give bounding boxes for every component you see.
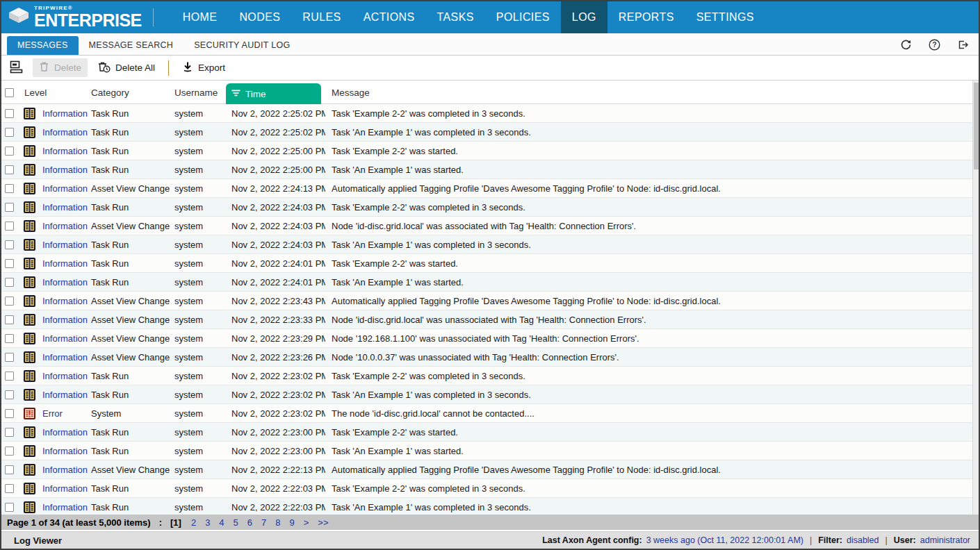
help-icon[interactable]: ? <box>929 39 940 51</box>
table-row[interactable]: Error System system Nov 2, 2022 2:23:02 … <box>1 404 979 423</box>
level-link[interactable]: Information <box>42 502 88 512</box>
table-row[interactable]: Information Task Run system Nov 2, 2022 … <box>1 254 979 273</box>
table-row[interactable]: Information Task Run system Nov 2, 2022 … <box>1 160 979 179</box>
export-button[interactable]: Export <box>176 58 231 77</box>
table-row[interactable]: Information Task Run system Nov 2, 2022 … <box>1 142 979 160</box>
row-checkbox[interactable] <box>5 184 14 193</box>
logout-icon[interactable] <box>957 39 969 51</box>
table-row[interactable]: Information Task Run system Nov 2, 2022 … <box>1 385 979 404</box>
page-link[interactable]: 9 <box>290 517 295 528</box>
row-checkbox[interactable] <box>5 484 14 493</box>
table-row[interactable]: Information Task Run system Nov 2, 2022 … <box>1 442 979 460</box>
page-link[interactable]: 3 <box>205 517 210 528</box>
nav-item-reports[interactable]: REPORTS <box>607 1 685 33</box>
filter-link[interactable]: disabled <box>847 535 879 545</box>
row-checkbox[interactable] <box>5 353 14 362</box>
table-row[interactable]: Information Task Run system Nov 2, 2022 … <box>1 498 979 515</box>
level-link[interactable]: Information <box>42 390 88 400</box>
row-checkbox[interactable] <box>5 465 14 474</box>
row-checkbox[interactable] <box>5 390 14 399</box>
table-row[interactable]: Information Task Run system Nov 2, 2022 … <box>1 367 979 385</box>
nav-item-tasks[interactable]: TASKS <box>426 1 485 33</box>
tab-security-audit-log[interactable]: SECURITY AUDIT LOG <box>183 36 300 55</box>
row-checkbox[interactable] <box>5 428 14 437</box>
level-link[interactable]: Error <box>42 408 63 419</box>
row-checkbox[interactable] <box>5 240 14 249</box>
nav-item-rules[interactable]: RULES <box>291 1 352 33</box>
level-link[interactable]: Information <box>42 258 88 269</box>
tab-message-search[interactable]: MESSAGE SEARCH <box>79 36 184 55</box>
level-link[interactable]: Information <box>42 202 88 212</box>
column-header-level[interactable]: Level <box>21 88 89 98</box>
tab-messages[interactable]: MESSAGES <box>7 36 79 55</box>
delete-all-button[interactable]: Delete All <box>92 58 161 78</box>
column-header-time[interactable]: Time <box>226 83 321 104</box>
nav-item-log[interactable]: LOG <box>561 1 607 33</box>
level-link[interactable]: Information <box>42 221 88 231</box>
page-link[interactable]: 2 <box>191 517 196 528</box>
table-row[interactable]: Information Asset View Change system Nov… <box>1 217 979 235</box>
level-link[interactable]: Information <box>42 183 88 194</box>
level-link[interactable]: Information <box>42 483 88 494</box>
level-link[interactable]: Information <box>42 165 88 175</box>
table-row[interactable]: Information Task Run system Nov 2, 2022 … <box>1 198 979 217</box>
level-link[interactable]: Information <box>42 127 88 138</box>
level-link[interactable]: Information <box>42 333 88 344</box>
row-checkbox[interactable] <box>5 222 14 231</box>
level-link[interactable]: Information <box>42 296 88 306</box>
table-row[interactable]: Information Task Run system Nov 2, 2022 … <box>1 423 979 442</box>
page-link[interactable]: 6 <box>247 517 252 528</box>
nav-item-home[interactable]: HOME <box>172 1 229 33</box>
select-all-checkbox[interactable] <box>5 88 14 97</box>
table-row[interactable]: Information Asset View Change system Nov… <box>1 310 979 329</box>
page-link[interactable]: > <box>304 517 309 528</box>
page-link[interactable]: 5 <box>234 517 238 528</box>
level-link[interactable]: Information <box>42 146 88 156</box>
page-link[interactable]: 4 <box>219 517 224 528</box>
row-checkbox[interactable] <box>5 259 14 268</box>
table-row[interactable]: Information Task Run system Nov 2, 2022 … <box>1 104 979 123</box>
level-link[interactable]: Information <box>42 277 88 288</box>
row-checkbox[interactable] <box>5 147 14 156</box>
column-header-message[interactable]: Message <box>325 88 979 98</box>
nav-item-actions[interactable]: ACTIONS <box>352 1 426 33</box>
agent-config-link[interactable]: 3 weeks ago (Oct 11, 2022 12:00:01 AM) <box>646 535 803 545</box>
table-row[interactable]: Information Task Run system Nov 2, 2022 … <box>1 235 979 254</box>
table-row[interactable]: Information Asset View Change system Nov… <box>1 292 979 310</box>
column-header-username[interactable]: Username <box>172 88 226 98</box>
scrollbar-thumb[interactable] <box>974 83 979 169</box>
nav-item-nodes[interactable]: NODES <box>228 1 291 33</box>
table-row[interactable]: Information Asset View Change system Nov… <box>1 179 979 198</box>
row-checkbox[interactable] <box>5 503 14 512</box>
page-link[interactable]: 8 <box>275 517 280 528</box>
column-header-category[interactable]: Category <box>89 88 172 98</box>
row-checkbox[interactable] <box>5 315 14 324</box>
table-row[interactable]: Information Asset View Change system Nov… <box>1 329 979 348</box>
row-checkbox[interactable] <box>5 409 14 418</box>
level-link[interactable]: Information <box>42 465 88 475</box>
page-link[interactable]: 7 <box>261 517 266 528</box>
nav-item-policies[interactable]: POLICIES <box>485 1 561 33</box>
table-row[interactable]: Information Asset View Change system Nov… <box>1 348 979 367</box>
level-link[interactable]: Information <box>42 315 88 325</box>
row-checkbox[interactable] <box>5 278 14 287</box>
row-checkbox[interactable] <box>5 334 14 343</box>
delete-button[interactable]: Delete <box>33 58 88 77</box>
level-link[interactable]: Information <box>42 446 88 456</box>
vertical-scrollbar[interactable] <box>972 81 979 515</box>
row-checkbox[interactable] <box>5 165 14 174</box>
row-checkbox[interactable] <box>5 297 14 306</box>
refresh-icon[interactable] <box>900 39 912 51</box>
page-link[interactable]: >> <box>318 517 328 528</box>
table-row[interactable]: Information Task Run system Nov 2, 2022 … <box>1 273 979 292</box>
table-row[interactable]: Information Task Run system Nov 2, 2022 … <box>1 123 979 142</box>
level-link[interactable]: Information <box>42 240 88 250</box>
row-checkbox[interactable] <box>5 447 14 456</box>
row-checkbox[interactable] <box>5 372 14 381</box>
nav-item-settings[interactable]: SETTINGS <box>685 1 765 33</box>
level-link[interactable]: Information <box>42 352 88 362</box>
level-link[interactable]: Information <box>42 427 88 438</box>
level-link[interactable]: Information <box>42 371 88 381</box>
row-checkbox[interactable] <box>5 128 14 137</box>
row-checkbox[interactable] <box>5 203 14 212</box>
